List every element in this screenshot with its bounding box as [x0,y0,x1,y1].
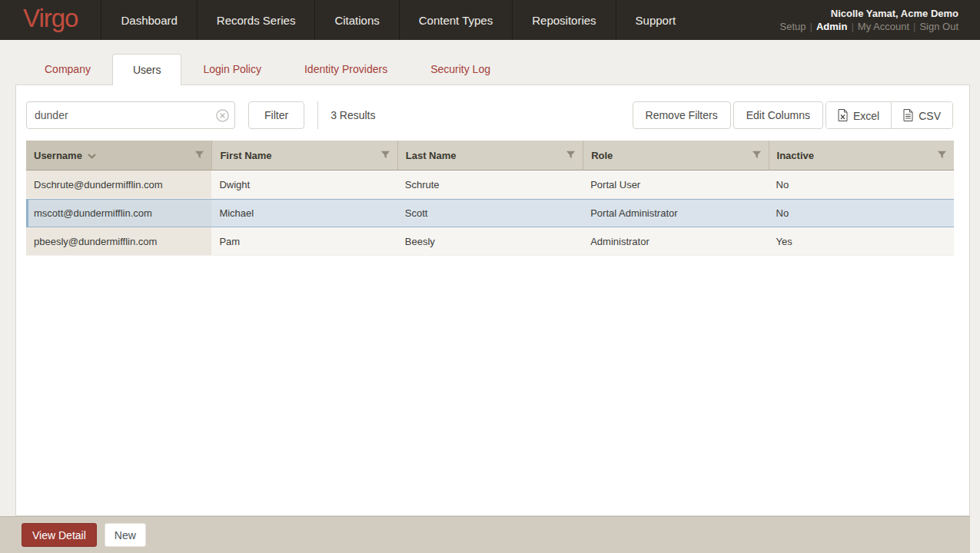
cell-first-name[interactable]: Pam [211,227,397,256]
admin-link[interactable]: Admin [816,21,847,32]
my-account-link[interactable]: My Account [858,21,909,32]
column-header-label: First Name [220,150,271,161]
filter-funnel-icon[interactable] [937,150,947,162]
column-header-username[interactable]: Username [26,141,211,171]
filter-funnel-icon[interactable] [380,150,390,162]
nav-item-records-series[interactable]: Records Series [197,0,315,40]
nav-item-support[interactable]: Support [616,0,696,40]
column-header-label: Last Name [406,150,457,161]
view-detail-button[interactable]: View Detail [22,523,97,547]
top-nav-bar: Virgo Dashboard Records Series Citations… [0,0,980,40]
nav-item-content-types[interactable]: Content Types [399,0,512,40]
column-header-first-name[interactable]: First Name [211,141,397,171]
cell-username[interactable]: pbeesly@dundermifflin.com [26,227,211,256]
sort-chevron-down-icon [88,150,96,161]
column-header-label: Role [591,150,613,161]
cell-username[interactable]: Dschrute@dundermifflin.com [26,171,211,199]
cell-role[interactable]: Portal Administrator [583,199,768,227]
table-row[interactable]: mscott@dundermifflin.com Michael Scott P… [26,199,954,227]
edit-columns-button[interactable]: Edit Columns [733,101,823,129]
tab-company[interactable]: Company [23,54,112,84]
link-separator: | [806,21,816,32]
table-header-row: Username First Name La [26,141,954,171]
tab-login-policy[interactable]: Login Policy [181,54,283,84]
export-button-group: Excel CSV [826,101,953,129]
cell-first-name[interactable]: Dwight [211,171,397,199]
cell-username[interactable]: mscott@dundermifflin.com [26,199,211,227]
results-count: 3 Results [331,109,375,121]
account-links: Setup|Admin|My Account|Sign Out [780,20,958,33]
cell-last-name[interactable]: Schrute [397,171,583,199]
csv-button-label: CSV [919,110,941,122]
cell-inactive[interactable]: Yes [769,227,954,256]
column-header-label: Username [34,150,82,161]
cell-role[interactable]: Administrator [583,227,768,256]
app-logo[interactable]: Virgo [0,0,101,40]
clear-search-icon[interactable] [215,108,229,122]
column-header-inactive[interactable]: Inactive [769,141,954,171]
users-panel: Filter 3 Results Remove Filters Edit Col… [15,84,970,516]
admin-tabs: Company Users Login Policy Identity Prov… [23,54,980,84]
csv-file-icon [903,109,913,124]
filter-funnel-icon[interactable] [194,150,204,162]
tab-identity-providers[interactable]: Identity Providers [283,54,409,84]
toolbar-right-group: Remove Filters Edit Columns Excel [633,101,953,129]
nav-item-dashboard[interactable]: Dashboard [101,0,196,40]
export-csv-button[interactable]: CSV [891,102,952,129]
nav-item-citations[interactable]: Citations [314,0,398,40]
cell-last-name[interactable]: Scott [397,199,583,227]
cell-role[interactable]: Portal User [583,171,768,199]
tab-security-log[interactable]: Security Log [409,54,512,84]
filter-funnel-icon[interactable] [752,150,762,162]
grid-toolbar: Filter 3 Results Remove Filters Edit Col… [26,101,953,129]
column-header-role[interactable]: Role [583,141,768,171]
new-button[interactable]: New [105,523,146,547]
action-bar: View Detail New [0,516,970,553]
cell-inactive[interactable]: No [769,199,954,227]
nav-item-repositories[interactable]: Repositories [512,0,615,40]
remove-filters-button[interactable]: Remove Filters [633,101,731,129]
users-table: Username First Name La [26,141,954,256]
table-row[interactable]: pbeesly@dundermifflin.com Pam Beesly Adm… [26,227,954,256]
user-info-block: Nicolle Yamat, Acme Demo Setup|Admin|My … [780,0,980,40]
excel-file-icon [838,109,848,124]
setup-link[interactable]: Setup [780,21,806,32]
link-separator: | [847,21,857,32]
user-table-body: Dschrute@dundermifflin.com Dwight Schrut… [26,171,954,256]
excel-button-label: Excel [853,110,879,122]
search-input[interactable] [26,101,235,129]
table-row[interactable]: Dschrute@dundermifflin.com Dwight Schrut… [26,171,954,199]
column-header-label: Inactive [777,150,814,161]
export-excel-button[interactable]: Excel [826,102,891,129]
cell-last-name[interactable]: Beesly [397,227,583,256]
link-separator: | [909,21,919,32]
cell-first-name[interactable]: Michael [211,199,397,227]
toolbar-divider [317,101,318,129]
tab-users[interactable]: Users [112,54,182,85]
sign-out-link[interactable]: Sign Out [919,21,958,32]
filter-button[interactable]: Filter [248,101,304,129]
cell-inactive[interactable]: No [769,171,954,199]
column-header-last-name[interactable]: Last Name [397,141,583,171]
filter-funnel-icon[interactable] [566,150,576,162]
user-display-name: Nicolle Yamat, Acme Demo [780,7,958,20]
search-box [26,101,235,129]
